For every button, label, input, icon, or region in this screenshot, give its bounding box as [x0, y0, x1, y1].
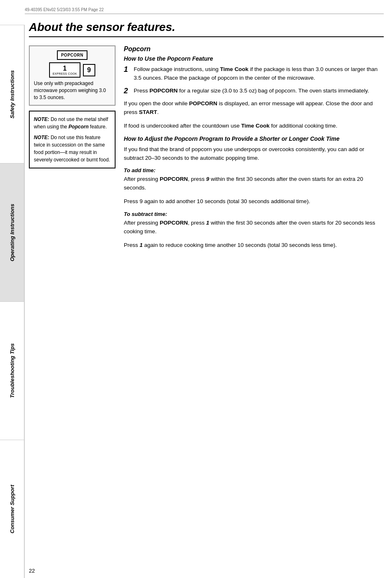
main-content: About the sensor features. POPCORN 1 EXP…: [29, 21, 384, 561]
step-2-number: 2: [124, 87, 130, 95]
step-1-text: Follow package instructions, using Time …: [134, 65, 384, 83]
page-title: About the sensor features.: [29, 21, 384, 37]
para-1: If you open the door while POPCORN is di…: [124, 99, 384, 117]
add-time-para1: After pressing POPCORN, press 9 within t…: [124, 175, 384, 192]
page-header: 49-40395 ENv02 5/23/03 3:55 PM Page 22: [25, 7, 384, 14]
header-text: 49-40395 ENv02 5/23/03 3:55 PM Page 22: [25, 7, 104, 12]
sidebar: Safety Instructions Operating Instructio…: [0, 25, 25, 578]
section-title: Popcorn: [124, 45, 384, 53]
microwave-panel: POPCORN 1 EXPRESS COOK 9: [34, 50, 111, 78]
left-column: POPCORN 1 EXPRESS COOK 9: [29, 45, 116, 255]
popcorn-button-diagram: POPCORN: [57, 50, 87, 60]
sidebar-tab-safety: Safety Instructions: [0, 25, 24, 163]
note-box: NOTE: Do not use the metal shelf when us…: [29, 111, 116, 168]
note1: NOTE: Do not use the metal shelf when us…: [34, 116, 111, 130]
sidebar-tab-troubleshooting: Troubleshooting Tips: [0, 301, 24, 440]
step-2-text: Press POPCORN for a regular size (3.0 to…: [134, 87, 369, 95]
diagram-caption: Use only with prepackaged microwave popc…: [34, 80, 111, 101]
para-2: If food is undercooked after the countdo…: [124, 122, 384, 130]
subtract-time-title: To subtract time:: [124, 211, 384, 217]
add-time-para2: Press 9 again to add another 10 seconds …: [124, 197, 384, 206]
subtract-time-para2: Press 1 again to reduce cooking time ano…: [124, 241, 384, 250]
step-1-number: 1: [124, 65, 130, 83]
express-cook-button-diagram: 1 EXPRESS COOK: [49, 62, 80, 78]
adjust-para: If you find that the brand of popcorn yo…: [124, 145, 384, 163]
subtract-time-para1: After pressing POPCORN, press 1 within t…: [124, 219, 384, 236]
add-time-title: To add time:: [124, 167, 384, 173]
microwave-diagram: POPCORN 1 EXPRESS COOK 9: [29, 45, 116, 106]
step-1: 1 Follow package instructions, using Tim…: [124, 65, 384, 83]
note2: NOTE: Do not use this feature twice in s…: [34, 134, 111, 163]
nine-key-diagram: 9: [83, 64, 95, 76]
right-column: Popcorn How to Use the Popcorn Feature 1…: [124, 45, 384, 255]
content-columns: POPCORN 1 EXPRESS COOK 9: [29, 45, 384, 255]
sidebar-tab-operating: Operating Instructions: [0, 163, 24, 301]
step-2: 2 Press POPCORN for a regular size (3.0 …: [124, 87, 384, 95]
page-number: 22: [29, 568, 35, 574]
sidebar-tab-consumer: Consumer Support: [0, 440, 24, 578]
how-to-use-title: How to Use the Popcorn Feature: [124, 55, 384, 62]
adjust-title: How to Adjust the Popcorn Program to Pro…: [124, 135, 384, 142]
